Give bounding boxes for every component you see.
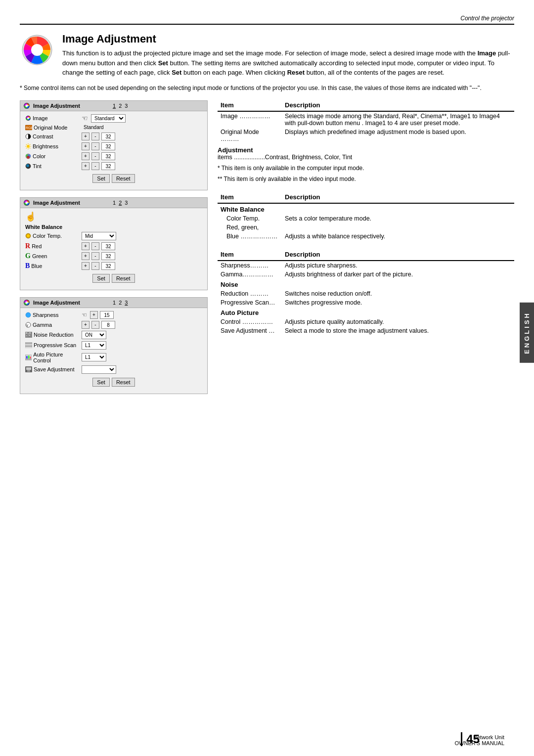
autopicture-select[interactable]: L1 L2 OFF	[82, 353, 106, 361]
white-balance-heading: White Balance	[221, 206, 265, 213]
image-icon	[25, 115, 31, 121]
panel3-tabs: 1 2 3	[113, 300, 130, 306]
tint-plus[interactable]: +	[82, 162, 89, 170]
panel1-tabs: 1 2 3	[113, 103, 130, 109]
progressive-select[interactable]: L1 L2 OFF	[82, 341, 106, 350]
green-plus[interactable]: +	[82, 252, 89, 260]
adjustment-items: items ..................Contrast, Bright…	[218, 154, 514, 161]
panel2-tab1[interactable]: 1	[113, 200, 116, 206]
colortemp-select[interactable]: Mid Low High	[82, 232, 116, 240]
progressive-icon	[25, 342, 32, 348]
panel3-tab1[interactable]: 1	[113, 300, 116, 306]
brightness-plus[interactable]: +	[82, 142, 89, 150]
panel1-reset-button[interactable]: Reset	[112, 174, 135, 183]
sharpness-value: 15	[100, 311, 114, 319]
desc1-col1: Item	[218, 100, 282, 111]
svg-text:γ: γ	[26, 323, 28, 327]
red-minus[interactable]: -	[91, 242, 99, 250]
svg-point-29	[26, 301, 28, 304]
svg-text:RGB: RGB	[26, 126, 32, 130]
panel2-tab3[interactable]: 3	[125, 200, 128, 206]
intro-paragraph: This function is to adjust the projected…	[62, 48, 514, 78]
image-select[interactable]: Standard Real Cinema Image1 Image2 Image…	[91, 114, 126, 123]
panel1-header: Image Adjustment 1 2 3	[20, 101, 207, 111]
panel3-reset-button[interactable]: Reset	[112, 378, 135, 387]
svg-rect-36	[29, 332, 31, 334]
panel2-row-red: R Red + - 32	[25, 242, 202, 250]
svg-point-27	[27, 234, 30, 237]
brightness-minus[interactable]: -	[91, 142, 99, 150]
svg-rect-46	[28, 356, 30, 358]
contrast-minus[interactable]: -	[91, 133, 99, 140]
panel3-set-button[interactable]: Set	[92, 378, 110, 387]
panel1-set-button[interactable]: Set	[92, 174, 110, 183]
desc-table-1: Item Description Image …………… Selects ima…	[218, 100, 514, 143]
panel1-tab2[interactable]: 2	[119, 103, 122, 109]
save-icon	[25, 366, 32, 372]
panel3-header: Image Adjustment 1 2 3	[20, 298, 207, 308]
desc3-row-gamma: Gamma…………… Adjusts brightness of darker …	[218, 270, 514, 279]
panel2-title: Image Adjustment	[33, 200, 80, 206]
desc-section-1: Item Description Image …………… Selects ima…	[218, 100, 514, 183]
panel2-row-wb-heading: White Balance	[25, 224, 202, 230]
desc3-col2: Description	[282, 250, 514, 261]
colortemp-item: Color Temp.	[221, 215, 260, 222]
hand-up-icon: ☝	[25, 211, 202, 222]
contrast-plus[interactable]: +	[82, 133, 89, 140]
panel2-body: ☝ White Balance Color Temp.	[20, 208, 207, 290]
green-minus[interactable]: -	[91, 252, 99, 260]
svg-rect-45	[26, 356, 28, 358]
panel1-row-contrast: Contrast + - 32	[25, 133, 202, 140]
sharpness-cursor-icon: ☜	[82, 311, 87, 318]
tint-minus[interactable]: -	[91, 162, 99, 170]
svg-line-16	[30, 144, 30, 144]
panel2-buttons: Set Reset	[25, 274, 202, 287]
colortemp-icon	[25, 233, 31, 239]
noise-icon	[25, 332, 32, 338]
adjustment-section: Adjustment items ..................Contr…	[218, 146, 514, 161]
panel1-tab1[interactable]: 1	[113, 103, 116, 109]
panel3: Image Adjustment 1 2 3 Sharp	[20, 297, 208, 394]
noise-select[interactable]: ON OFF	[82, 331, 106, 339]
panel1: Image Adjustment 1 2 3	[20, 100, 208, 190]
color-plus[interactable]: +	[82, 152, 89, 160]
save-select[interactable]: Image1 Image2 Image3 Image4	[82, 365, 116, 374]
panel3-title: Image Adjustment	[33, 300, 80, 306]
panel2-row-green: G Green + - 32	[25, 252, 202, 260]
original-mode-value: Standard	[84, 125, 104, 130]
gamma-plus[interactable]: +	[82, 321, 89, 329]
panel3-tab3[interactable]: 3	[125, 300, 128, 306]
panel2-tab2[interactable]: 2	[119, 200, 122, 206]
blue-minus[interactable]: -	[91, 262, 99, 270]
desc1-row-image: Image …………… Selects image mode among the…	[218, 111, 514, 128]
svg-rect-34	[26, 332, 27, 334]
page-header: Control the projector	[20, 15, 514, 25]
left-column: Image Adjustment 1 2 3	[20, 100, 208, 401]
panel3-tab2[interactable]: 2	[119, 300, 122, 306]
panel1-row-tint: Tint + - 32	[25, 162, 202, 170]
desc1-col2: Description	[282, 100, 514, 111]
blue-plus[interactable]: +	[82, 262, 89, 270]
sharpness-icon	[25, 312, 31, 318]
svg-point-5	[27, 117, 29, 119]
desc-table-2: Item Description White Balance Color Tem…	[218, 192, 514, 241]
panel1-icon	[23, 102, 30, 109]
panel1-title: Image Adjustment	[33, 103, 80, 109]
sharpness-plus[interactable]: +	[90, 311, 98, 319]
panel2-set-button[interactable]: Set	[92, 274, 110, 283]
desc3-row-control: Control …………… Adjusts picture quality au…	[218, 317, 514, 326]
color-minus[interactable]: -	[91, 152, 99, 160]
header-subtitle: Control the projector	[460, 15, 514, 22]
panel3-body: Sharpness ☜ + 15 γ	[20, 308, 207, 394]
desc3-row-noise-heading: Noise	[218, 279, 514, 289]
panel2-reset-button[interactable]: Reset	[112, 274, 135, 283]
desc3-row-progressive: Progressive Scan… Switches progressive m…	[218, 298, 514, 307]
gamma-minus[interactable]: -	[91, 321, 99, 329]
red-plus[interactable]: +	[82, 242, 89, 250]
svg-rect-37	[26, 335, 27, 336]
panel2-row-colortemp: Color Temp. Mid Low High	[25, 232, 202, 240]
panel1-tab3[interactable]: 3	[125, 103, 128, 109]
desc2-row-blue: Blue ……………… Adjusts a white balance resp…	[218, 232, 514, 241]
panel2-tabs: 1 2 3	[113, 200, 130, 206]
panel1-row-color: Color + - 32	[25, 152, 202, 160]
